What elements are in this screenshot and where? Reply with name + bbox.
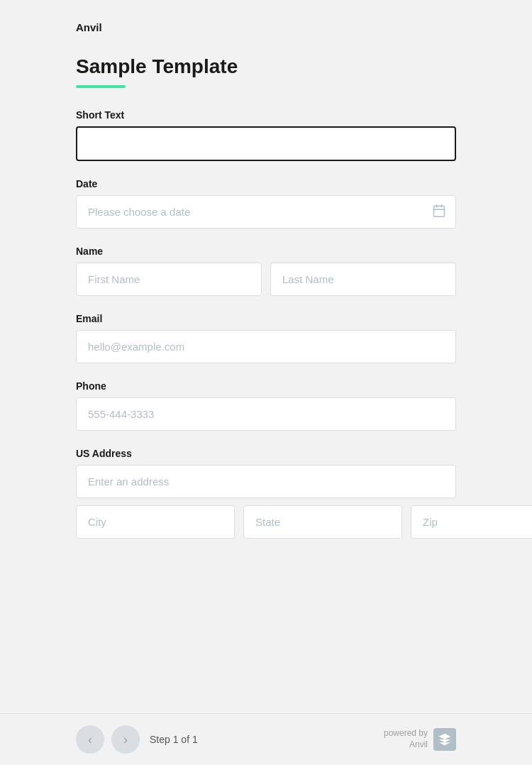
- footer-left: ‹ › Step 1 of 1: [76, 725, 198, 754]
- date-label: Date: [76, 178, 456, 189]
- date-input[interactable]: [76, 195, 456, 229]
- anvil-logo-icon: [433, 728, 456, 751]
- name-label: Name: [76, 246, 456, 257]
- short-text-label: Short Text: [76, 109, 456, 121]
- title-underline: [76, 85, 126, 88]
- phone-group: Phone: [76, 380, 456, 431]
- next-button[interactable]: ›: [111, 725, 140, 754]
- phone-label: Phone: [76, 380, 456, 392]
- email-label: Email: [76, 313, 456, 324]
- next-icon: ›: [123, 732, 128, 747]
- powered-by-line2: Anvil: [409, 739, 428, 749]
- first-name-input[interactable]: [76, 263, 262, 296]
- address-secondary-row: [76, 505, 456, 539]
- main-content: Sample Template Short Text Date: [0, 41, 532, 713]
- city-input[interactable]: [76, 505, 235, 539]
- state-input[interactable]: [243, 505, 402, 539]
- address-label: US Address: [76, 448, 456, 459]
- header: Anvil: [0, 0, 532, 41]
- powered-by-text: powered by Anvil: [384, 728, 428, 750]
- date-input-wrapper: [76, 195, 456, 229]
- name-row: [76, 263, 456, 296]
- name-group: Name: [76, 246, 456, 296]
- last-name-input[interactable]: [270, 263, 456, 296]
- short-text-group: Short Text: [76, 109, 456, 161]
- prev-icon: ‹: [88, 732, 92, 747]
- prev-button[interactable]: ‹: [76, 725, 104, 754]
- phone-input[interactable]: [76, 397, 456, 431]
- footer-right: powered by Anvil: [384, 728, 456, 751]
- email-input[interactable]: [76, 330, 456, 363]
- footer: ‹ › Step 1 of 1 powered by Anvil: [0, 713, 532, 765]
- date-group: Date: [76, 178, 456, 229]
- address-group: US Address: [76, 448, 456, 539]
- step-text: Step 1 of 1: [150, 734, 198, 745]
- powered-by-line1: powered by: [384, 728, 428, 738]
- form-title: Sample Template: [76, 55, 456, 78]
- brand-name: Anvil: [76, 21, 102, 33]
- email-group: Email: [76, 313, 456, 363]
- zip-input[interactable]: [411, 505, 532, 539]
- short-text-input[interactable]: [76, 126, 456, 161]
- page-container: Anvil Sample Template Short Text Date: [0, 0, 532, 765]
- address-input[interactable]: [76, 465, 456, 498]
